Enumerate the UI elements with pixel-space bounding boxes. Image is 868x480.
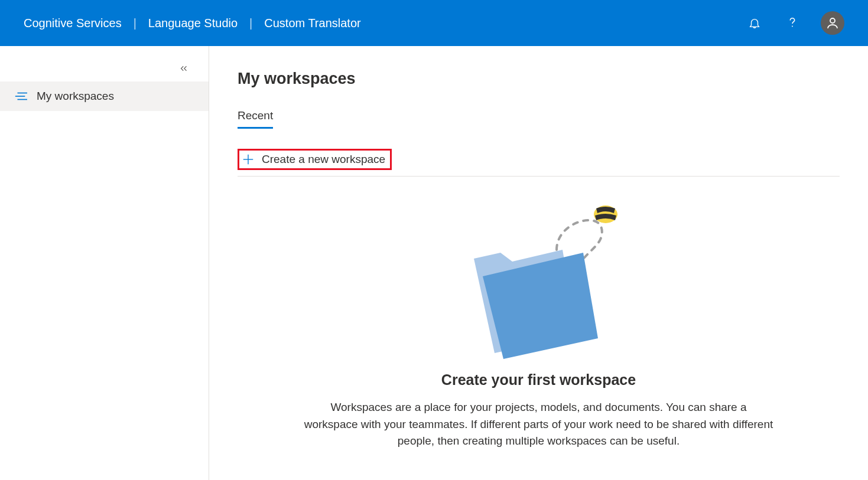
person-icon xyxy=(825,16,840,30)
top-header: Cognitive Services | Language Studio | C… xyxy=(0,0,868,46)
chevron-double-left-icon xyxy=(178,63,189,74)
create-workspace-label: Create a new workspace xyxy=(262,153,385,166)
sidebar: My workspaces xyxy=(0,46,209,480)
breadcrumb-separator: | xyxy=(134,17,136,30)
empty-state-description: Workspaces are a place for your projects… xyxy=(303,399,775,450)
account-button[interactable] xyxy=(821,11,844,35)
svg-point-1 xyxy=(830,18,835,23)
tab-recent[interactable]: Recent xyxy=(238,105,273,129)
tabs: Recent xyxy=(238,105,840,129)
breadcrumb: Cognitive Services | Language Studio | C… xyxy=(24,17,745,30)
breadcrumb-item[interactable]: Language Studio xyxy=(148,17,238,30)
breadcrumb-item[interactable]: Cognitive Services xyxy=(24,17,122,30)
svg-point-0 xyxy=(792,26,793,27)
main-content: My workspaces Recent Create a new worksp… xyxy=(209,46,868,480)
bell-icon xyxy=(748,17,761,30)
breadcrumb-item[interactable]: Custom Translator xyxy=(264,17,360,30)
page-title: My workspaces xyxy=(238,70,840,88)
breadcrumb-separator: | xyxy=(249,17,252,30)
list-icon xyxy=(14,91,27,102)
action-bar: Create a new workspace xyxy=(238,138,840,177)
sidebar-item-my-workspaces[interactable]: My workspaces xyxy=(0,81,209,111)
empty-folder-illustration xyxy=(450,191,628,362)
help-icon xyxy=(786,15,799,31)
notifications-button[interactable] xyxy=(745,14,764,32)
collapse-sidebar-button[interactable] xyxy=(177,61,191,76)
create-workspace-button[interactable]: Create a new workspace xyxy=(238,149,392,170)
header-actions xyxy=(745,11,844,35)
sidebar-item-label: My workspaces xyxy=(37,90,114,103)
empty-state-title: Create your first workspace xyxy=(441,371,636,388)
plus-icon xyxy=(242,153,255,166)
help-button[interactable] xyxy=(783,14,802,32)
empty-state: Create your first workspace Workspaces a… xyxy=(238,177,840,450)
